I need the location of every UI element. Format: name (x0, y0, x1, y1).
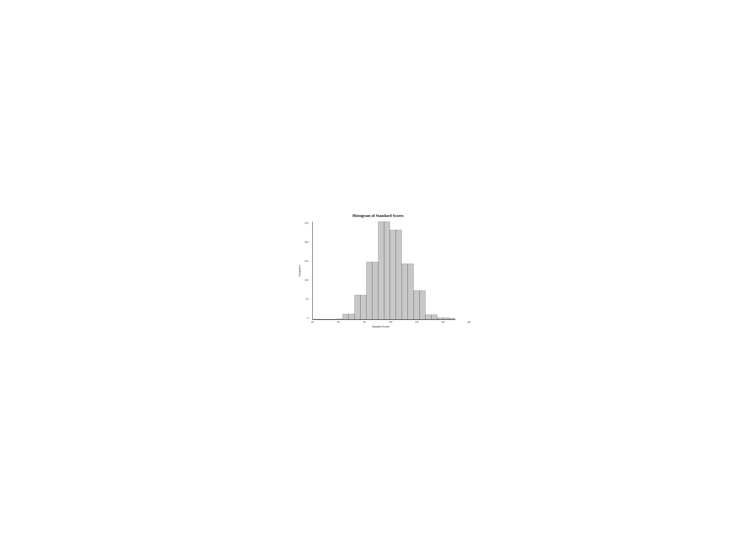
bar (396, 230, 402, 320)
x-tick-160: 160 (467, 321, 471, 324)
x-tick-80: 80 (363, 321, 366, 324)
bar (390, 230, 396, 320)
bar (384, 221, 390, 320)
y-tick-0: 0 (302, 317, 310, 320)
x-tick-60: 60 (337, 321, 339, 324)
plot-and-x: 0 50 100 150 (303, 220, 459, 329)
bar (366, 262, 372, 320)
bar (348, 314, 354, 320)
y-axis-label: Frequency (298, 265, 301, 276)
y-axis-label-container: Frequency (297, 220, 303, 329)
bar (319, 319, 325, 320)
bar (372, 262, 378, 320)
x-axis-label-container: Standard Scores (303, 324, 459, 329)
x-tick-40: 40 (311, 321, 314, 324)
x-tick-120: 120 (415, 321, 419, 324)
bar (420, 291, 426, 320)
x-axis-ticks: 406080100120140160 (312, 320, 469, 324)
y-tick-200: 200 (302, 241, 310, 243)
bar (313, 319, 319, 320)
chart-title: Histogram of Standard Scores (352, 213, 404, 218)
bars-container (313, 221, 455, 320)
chart-area: Frequency 0 50 100 (297, 220, 459, 329)
bar (402, 264, 408, 320)
bar (331, 319, 337, 320)
bar (354, 295, 360, 320)
bar (414, 291, 420, 320)
bar (360, 295, 366, 320)
y-tick-250: 250 (302, 221, 310, 224)
bar (426, 315, 432, 320)
x-tick-100: 100 (389, 321, 392, 324)
x-axis-label: Standard Scores (372, 325, 389, 328)
y-tick-50: 50 (302, 298, 310, 300)
bar (325, 319, 331, 320)
y-tick-100: 100 (302, 279, 310, 282)
bar (342, 314, 348, 320)
bar (437, 318, 443, 320)
bar (337, 319, 343, 320)
bar (378, 221, 384, 320)
x-tick-140: 140 (441, 321, 444, 324)
bar (443, 318, 449, 320)
bar (408, 264, 414, 320)
y-tick-150: 150 (302, 260, 310, 262)
y-axis-ticks: 0 50 100 150 (302, 221, 310, 320)
bar (432, 315, 438, 320)
bar (449, 318, 455, 320)
chart-container: Histogram of Standard Scores Frequency 0… (297, 211, 459, 329)
plot-region: 0 50 100 150 (312, 221, 455, 320)
